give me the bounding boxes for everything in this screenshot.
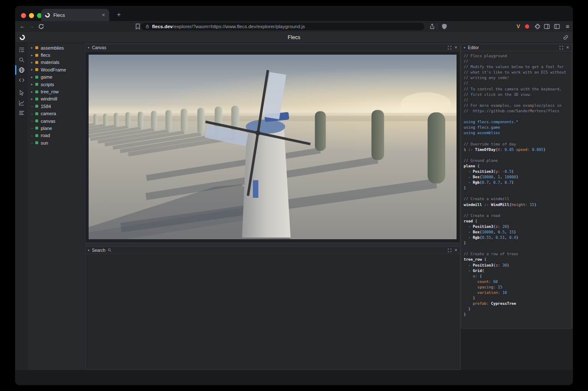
tab-strip: Flecs × + <box>15 6 573 21</box>
code-line: count: 60 <box>464 279 572 285</box>
forward-button[interactable]: → <box>28 23 35 30</box>
code-line: } <box>464 296 572 301</box>
tree-item-windmill[interactable]: ▸windmill <box>28 95 84 103</box>
back-button[interactable]: ← <box>18 23 26 30</box>
tree-item-tree_row[interactable]: ▸tree_row <box>28 88 84 95</box>
tree-item-label: camera <box>41 111 56 116</box>
expander-icon[interactable]: ▸ <box>31 53 35 57</box>
tree-item-game[interactable]: ▸game <box>28 74 84 81</box>
address-bar[interactable]: flecs.dev/explorer/?wasm=https://www.fle… <box>141 23 424 30</box>
code-line <box>464 208 572 213</box>
bookmark-icon[interactable] <box>134 23 141 30</box>
3d-scene-canvas[interactable] <box>89 55 457 239</box>
code-line: variation: 10 <box>464 290 572 296</box>
entity-color-icon <box>35 112 38 115</box>
fullscreen-icon[interactable] <box>559 46 563 50</box>
tree-item-road[interactable]: –road <box>28 132 84 139</box>
site-info-icon[interactable] <box>145 24 150 29</box>
tree-item-WoodFrame[interactable]: ▸WoodFrame <box>28 66 84 73</box>
tree-item-label: game <box>41 74 52 79</box>
tree-item-1584[interactable]: –1584 <box>28 103 84 110</box>
leaf-dash-icon: – <box>31 119 35 123</box>
share-icon[interactable] <box>429 23 436 30</box>
code-line: // Create a windmill <box>464 196 572 202</box>
new-tab-button[interactable]: + <box>114 10 123 19</box>
minimize-window-button[interactable] <box>29 13 34 18</box>
url-host: flecs.dev <box>152 24 173 29</box>
expander-icon[interactable]: ▸ <box>31 68 35 71</box>
canvas-panel: ▾ Canvas × <box>85 44 460 243</box>
code-line: // <box>464 98 572 103</box>
code-line: } <box>464 240 572 246</box>
fullscreen-icon[interactable] <box>448 248 452 252</box>
tab-title: Flecs <box>53 13 101 18</box>
close-panel-icon[interactable]: × <box>454 45 457 50</box>
editor-code[interactable]: // Flecs playground//// Modify the value… <box>461 51 572 328</box>
collapse-chevron-icon[interactable]: ▾ <box>88 248 89 252</box>
rail-chart-icon[interactable] <box>15 98 28 108</box>
code-line: // first click on the 3D view. <box>464 92 572 98</box>
expander-icon[interactable]: ▸ <box>31 46 35 50</box>
code-line: plane { <box>464 164 572 169</box>
editor-panel: ▾ Editor × // Flecs playground//// Modif… <box>461 44 572 329</box>
tree-item-sun[interactable]: –sun <box>28 139 84 146</box>
rail-inspector-icon[interactable] <box>15 87 28 98</box>
expander-icon[interactable]: ▸ <box>31 97 35 101</box>
tree-item-camera[interactable]: –camera <box>28 110 84 117</box>
tree-item-assemblies[interactable]: ▸assemblies <box>28 44 84 51</box>
entity-color-icon <box>35 98 38 100</box>
code-line: - Position3{y: -0.5} <box>464 169 572 174</box>
rail-stats-icon[interactable] <box>15 108 28 118</box>
code-line: $ :- TimeOfDay{t: 0.05 speed: 0.005} <box>464 147 572 153</box>
tree-item-materials[interactable]: ▸materials <box>28 59 84 66</box>
expander-icon[interactable]: ▸ <box>31 61 35 64</box>
code-line: // <box>464 59 572 64</box>
page-title: Flecs <box>15 32 573 43</box>
expander-icon[interactable]: ▸ <box>31 82 35 86</box>
entity-color-icon <box>35 61 38 64</box>
collapse-chevron-icon[interactable]: ▾ <box>88 46 89 50</box>
sidebar-toggle-icon[interactable] <box>543 23 550 30</box>
search-glass-icon <box>108 248 112 252</box>
entity-color-icon <box>35 134 38 137</box>
code-line: using flecs.components.* <box>464 119 572 125</box>
tree-item-flecs[interactable]: ▸flecs <box>28 51 84 58</box>
browser-toolbar: ← → flecs.dev/explorer/?wasm=https://www… <box>15 21 573 32</box>
recorder-extension-icon[interactable] <box>525 24 529 29</box>
close-panel-icon[interactable]: × <box>566 45 569 50</box>
tree-item-label: flecs <box>41 53 50 58</box>
browser-tab[interactable]: Flecs × <box>41 9 109 21</box>
active-rail-indicator <box>15 65 16 75</box>
tree-item-plane[interactable]: –plane <box>28 124 84 132</box>
reload-button[interactable] <box>38 23 45 30</box>
toolbar-divider <box>437 24 437 29</box>
search-body[interactable] <box>85 254 460 370</box>
icon-rail <box>15 43 28 370</box>
tree-item-scripts[interactable]: ▸scripts <box>28 81 84 88</box>
expander-icon[interactable]: ▸ <box>31 90 35 94</box>
rail-search-icon[interactable] <box>15 55 28 65</box>
code-line: // writing any code! <box>464 75 572 81</box>
tree-item-canvas[interactable]: –canvas <box>28 117 84 124</box>
code-line: - Grid{ <box>464 268 572 274</box>
close-window-button[interactable] <box>21 13 26 18</box>
share-link-icon[interactable] <box>563 34 569 40</box>
close-panel-icon[interactable]: × <box>454 248 457 252</box>
rail-code-icon[interactable] <box>15 75 28 85</box>
leaf-dash-icon: – <box>31 141 35 145</box>
extensions-puzzle-icon[interactable] <box>534 23 541 30</box>
reading-list-icon[interactable] <box>554 23 560 30</box>
collapse-chevron-icon[interactable]: ▾ <box>464 46 465 50</box>
vimium-extension-icon[interactable]: V <box>515 23 522 30</box>
code-line: - Box{10000, 0.5, 15} <box>464 230 572 235</box>
close-tab-icon[interactable]: × <box>101 12 106 18</box>
code-line: - Position3{z: 30} <box>464 263 572 268</box>
browser-menu-icon[interactable]: ≡ <box>564 23 571 30</box>
code-line: // For more examples, see examples/plecs… <box>464 103 572 108</box>
shield-icon[interactable] <box>441 23 448 30</box>
fullscreen-icon[interactable] <box>448 46 452 50</box>
code-line: // what it's like to work with an ECS wi… <box>464 70 572 75</box>
rail-scene-icon[interactable] <box>15 65 28 75</box>
rail-entity-tree-icon[interactable] <box>15 45 28 55</box>
expander-icon[interactable]: ▸ <box>31 75 35 79</box>
